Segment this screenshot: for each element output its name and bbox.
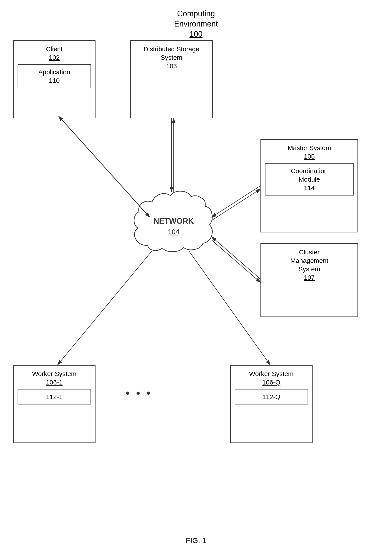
coordination-number: 114 [270,184,349,192]
dss-label: Distributed Storage [135,45,208,53]
worker1-number: 106-1 [18,378,91,386]
worker1-box: Worker System 106-1 112-1 [13,365,96,443]
workerq-box: Worker System 106-Q 112-Q [230,365,313,443]
worker1-inner-number: 112-1 [22,392,86,401]
title-line1: Computing [174,9,218,19]
dss-number: 103 [135,62,208,70]
diagram-container: Computing Environment 100 Client 102 App… [0,0,392,560]
arrow-client-to-network [61,118,150,217]
client-label: Client [18,45,91,53]
coordination-inner-box: Coordination Module 114 [265,163,353,196]
coordination-label: Coordination Module [270,167,349,184]
workerq-label: Worker System [235,370,308,378]
master-box: Master System 105 Coordination Module 11… [260,139,358,232]
master-number: 105 [265,152,353,160]
cms-number: 107 [265,273,353,282]
application-label: Application [22,68,86,76]
network-cloud: NETWORK 104 [134,191,213,251]
workerq-inner-number: 112-Q [239,392,303,401]
cms-label: Cluster Management System [265,248,353,273]
worker1-label: Worker System [18,370,91,378]
arrow-cms-to-network [212,237,260,279]
dots-label: • • • [126,387,152,399]
fig-label: FIG. 1 [186,536,206,545]
client-number: 102 [18,53,91,62]
arrow-network-to-client [59,116,147,215]
arrow-master-to-network [212,186,260,217]
arrow-network-to-cms [212,240,260,282]
application-number: 110 [22,76,86,85]
network-label: NETWORK [153,217,194,225]
arrow-network-to-master [212,189,260,220]
network-number: 104 [168,228,179,236]
master-label: Master System [265,144,353,152]
arrow-network-to-worker1 [58,251,152,365]
page-title: Computing Environment 100 [174,9,218,39]
client-box: Client 102 Application 110 [13,40,96,118]
worker1-inner-box: 112-1 [18,389,91,404]
title-line2: Environment [174,19,218,29]
title-number: 100 [174,29,218,39]
workerq-inner-box: 112-Q [235,389,308,404]
application-inner-box: Application 110 [18,64,91,88]
dss-box: Distributed Storage System 103 [130,40,213,118]
arrow-network-to-workerq [189,251,270,365]
cms-box: Cluster Management System 107 [260,243,358,317]
workerq-number: 106-Q [235,378,308,386]
dss-label2: System [135,53,208,62]
